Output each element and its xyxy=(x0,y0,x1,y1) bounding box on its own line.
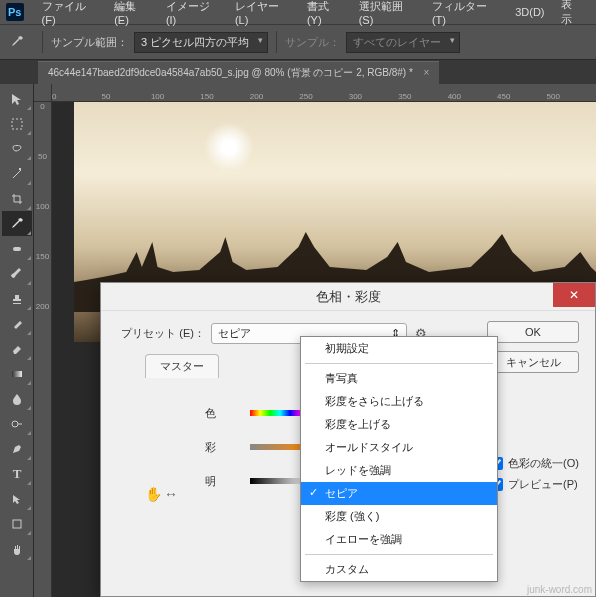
colorize-checkbox[interactable]: 色彩の統一(O) xyxy=(490,456,579,471)
hand-tool[interactable] xyxy=(2,536,32,561)
preset-label: プリセット (E)： xyxy=(115,326,205,341)
menu-image[interactable]: イメージ(I) xyxy=(158,0,227,26)
preview-checkbox[interactable]: プレビュー(P) xyxy=(490,477,579,492)
dodge-tool[interactable] xyxy=(2,411,32,436)
preset-yellow-boost[interactable]: イエローを強調 xyxy=(301,528,497,551)
preset-sepia[interactable]: セピア xyxy=(301,482,497,505)
ruler-corner xyxy=(34,84,52,102)
menu-view[interactable]: 表示 xyxy=(553,0,590,27)
wand-tool[interactable] xyxy=(2,161,32,186)
preset-sat-up[interactable]: 彩度を上げる xyxy=(301,413,497,436)
brush-tool[interactable] xyxy=(2,261,32,286)
pen-tool[interactable] xyxy=(2,436,32,461)
options-bar: サンプル範囲： 3 ピクセル四方の平均 サンプル： すべてのレイヤー xyxy=(0,24,596,60)
preset-dropdown: 初期設定 青写真 彩度をさらに上げる 彩度を上げる オールドスタイル レッドを強… xyxy=(300,336,498,582)
preset-custom[interactable]: カスタム xyxy=(301,558,497,581)
menu-file[interactable]: ファイル(F) xyxy=(34,0,107,26)
master-tab[interactable]: マスター xyxy=(145,354,219,378)
sat-label: 彩 xyxy=(205,440,250,455)
svg-rect-2 xyxy=(12,371,22,377)
svg-point-3 xyxy=(12,421,18,427)
crop-tool[interactable] xyxy=(2,186,32,211)
stamp-tool[interactable] xyxy=(2,286,32,311)
svg-rect-1 xyxy=(13,247,21,251)
watermark: junk-word.com xyxy=(527,584,592,595)
sample-size-label: サンプル範囲： xyxy=(51,35,128,50)
eraser-tool[interactable] xyxy=(2,336,32,361)
close-icon[interactable]: × xyxy=(424,67,430,78)
history-brush-tool[interactable] xyxy=(2,311,32,336)
gradient-tool[interactable] xyxy=(2,361,32,386)
app-logo: Ps xyxy=(6,3,24,21)
heal-tool[interactable] xyxy=(2,236,32,261)
shape-tool[interactable] xyxy=(2,511,32,536)
menu-bar: Ps ファイル(F) 編集(E) イメージ(I) レイヤー(L) 書式(Y) 選… xyxy=(0,0,596,24)
light-label: 明 xyxy=(205,474,250,489)
document-tab[interactable]: 46c44e147baed2df9dce0a4584a7ab50_s.jpg @… xyxy=(38,61,439,84)
preset-sat-strong[interactable]: 彩度 (強く) xyxy=(301,505,497,528)
ok-button[interactable]: OK xyxy=(487,321,579,343)
type-tool[interactable]: T xyxy=(2,461,32,486)
svg-rect-0 xyxy=(12,119,22,129)
close-button[interactable]: ✕ xyxy=(553,283,595,307)
preset-red-boost[interactable]: レッドを強調 xyxy=(301,459,497,482)
lasso-tool[interactable] xyxy=(2,136,32,161)
document-title: 46c44e147baed2df9dce0a4584a7ab50_s.jpg @… xyxy=(48,67,413,78)
cancel-button[interactable]: キャンセル xyxy=(487,351,579,373)
hand-icon[interactable]: ✋↔ xyxy=(145,486,180,502)
dialog-titlebar[interactable]: 色相・彩度 ✕ xyxy=(101,283,595,311)
toolbox: T xyxy=(0,84,34,597)
dialog-title: 色相・彩度 xyxy=(316,288,381,306)
svg-rect-4 xyxy=(13,520,21,528)
preset-cyanotype[interactable]: 青写真 xyxy=(301,367,497,390)
move-tool[interactable] xyxy=(2,86,32,111)
sample-select[interactable]: すべてのレイヤー xyxy=(346,32,460,53)
sample-label: サンプル： xyxy=(285,35,340,50)
document-tab-row: 46c44e147baed2df9dce0a4584a7ab50_s.jpg @… xyxy=(0,60,596,84)
eyedropper-icon[interactable] xyxy=(8,33,26,51)
menu-3d[interactable]: 3D(D) xyxy=(507,6,552,18)
sample-size-select[interactable]: 3 ピクセル四方の平均 xyxy=(134,32,268,53)
menu-select[interactable]: 選択範囲(S) xyxy=(351,0,424,26)
menu-type[interactable]: 書式(Y) xyxy=(299,0,351,26)
preset-oldstyle[interactable]: オールドスタイル xyxy=(301,436,497,459)
blur-tool[interactable] xyxy=(2,386,32,411)
hue-label: 色 xyxy=(205,406,250,421)
preset-default[interactable]: 初期設定 xyxy=(301,337,497,360)
menu-filter[interactable]: フィルター(T) xyxy=(424,0,507,26)
ruler-vertical[interactable]: 050100150200 xyxy=(34,102,52,597)
ruler-horizontal[interactable]: 050100150200250300350400450500 xyxy=(52,84,596,102)
preset-sat-more[interactable]: 彩度をさらに上げる xyxy=(301,390,497,413)
marquee-tool[interactable] xyxy=(2,111,32,136)
menu-layer[interactable]: レイヤー(L) xyxy=(227,0,299,26)
eyedropper-tool[interactable] xyxy=(2,211,32,236)
menu-edit[interactable]: 編集(E) xyxy=(106,0,158,26)
path-select-tool[interactable] xyxy=(2,486,32,511)
